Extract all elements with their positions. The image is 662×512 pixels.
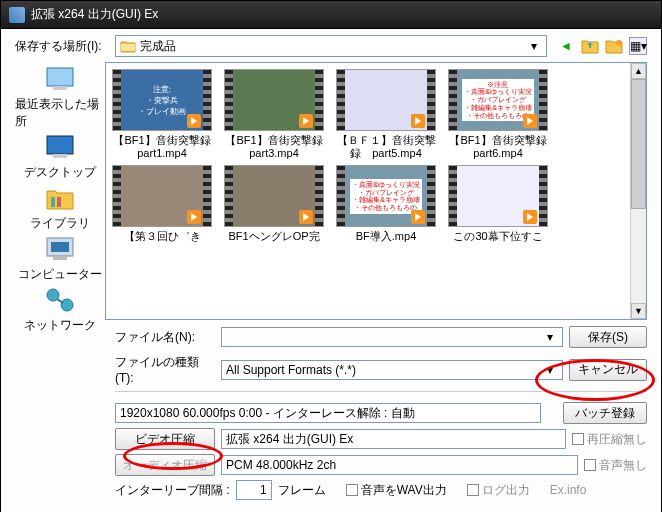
audio-compress-button: オーディオ圧縮	[115, 454, 215, 476]
svg-rect-2	[53, 86, 67, 90]
svg-rect-6	[57, 197, 61, 207]
scroll-thumb[interactable]	[631, 79, 646, 209]
new-folder-icon[interactable]	[605, 37, 623, 55]
list-item[interactable]: 【ＢＦ１】音街突撃録 part5.mp4	[336, 69, 436, 159]
titlebar: 拡張 x264 出力(GUI) Ex	[1, 1, 661, 29]
audio-codec-field[interactable]: PCM 48.000kHz 2ch	[221, 455, 578, 475]
interleave-frames-input[interactable]: 1	[236, 480, 272, 500]
video-compress-button[interactable]: ビデオ圧縮	[115, 428, 215, 450]
svg-rect-4	[53, 154, 67, 158]
svg-rect-5	[51, 197, 55, 207]
list-item[interactable]: ・真面&ゆっくり実況・ガバプレイング・雑編集&キャラ崩壊・その他もろもろのBF導…	[336, 165, 436, 243]
svg-point-11	[61, 299, 73, 311]
filename-input[interactable]: ▾	[221, 327, 563, 347]
window-title: 拡張 x264 出力(GUI) Ex	[31, 6, 158, 23]
back-icon[interactable]: ◄	[557, 37, 575, 55]
place-desktop[interactable]: デスクトップ	[24, 132, 96, 181]
list-item[interactable]: BF1ヘングレOP完	[224, 165, 324, 243]
save-button[interactable]: 保存(S)	[569, 326, 647, 348]
scroll-up-icon[interactable]: ▲	[631, 63, 646, 79]
svg-rect-8	[51, 242, 69, 252]
dropdown-icon: ▾	[542, 330, 558, 344]
place-computer[interactable]: コンピューター	[18, 234, 102, 283]
video-codec-field[interactable]: 拡張 x264 出力(GUI) Ex	[221, 429, 566, 449]
exinfo-link[interactable]: Ex.info	[550, 483, 587, 497]
dropdown-icon: ▾	[542, 363, 558, 377]
list-item[interactable]: 【第３回ひ゛き	[112, 165, 212, 243]
svg-point-0	[616, 40, 622, 46]
scroll-down-icon[interactable]: ▼	[631, 303, 646, 319]
folder-icon	[120, 39, 136, 53]
list-item[interactable]: 【BF1】音街突撃録 part3.mp4	[224, 69, 324, 159]
place-library[interactable]: ライブラリ	[30, 183, 90, 232]
list-item[interactable]: 注意:・突撃兵・プレイ動画【BF1】音街突撃録 part1.mp4	[112, 69, 212, 159]
filetype-combo[interactable]: All Support Formats (*.*)▾	[221, 360, 563, 380]
filetype-label: ファイルの種類(T):	[115, 354, 215, 385]
batch-button[interactable]: バッチ登録	[563, 402, 647, 424]
interleave-label: インターリーブ間隔 :	[115, 482, 230, 499]
filename-label: ファイル名(N):	[115, 329, 215, 346]
svg-rect-1	[47, 68, 73, 86]
wav-output-checkbox[interactable]: 音声をWAV出力	[346, 482, 447, 499]
scrollbar[interactable]: ▲ ▼	[630, 63, 646, 319]
location-combo[interactable]: 完成品 ▾	[115, 35, 547, 57]
place-recent[interactable]: 最近表示した場所	[15, 64, 105, 130]
list-item[interactable]: ※注意・真面&ゆっくり実況・ガバプレイング・雑編集&キャラ崩壊・その他もろもろの…	[448, 69, 548, 159]
view-menu-icon[interactable]: ▦▾	[629, 37, 647, 55]
no-audio-checkbox: 音声無し	[584, 457, 647, 474]
app-icon	[9, 7, 25, 23]
resolution-info: 1920x1080 60.000fps 0:00 - インターレース解除 : 自…	[115, 403, 541, 423]
svg-rect-9	[53, 256, 67, 260]
file-list[interactable]: 注意:・突撃兵・プレイ動画【BF1】音街突撃録 part1.mp4 【BF1】音…	[105, 62, 647, 320]
no-recompress-checkbox: 再圧縮無し	[572, 431, 647, 448]
dropdown-icon: ▾	[526, 36, 542, 56]
svg-rect-3	[47, 136, 73, 154]
log-output-checkbox: ログ出力	[467, 482, 530, 499]
location-label: 保存する場所(I):	[15, 38, 115, 55]
cancel-button[interactable]: キャンセル	[569, 359, 647, 381]
up-folder-icon[interactable]	[581, 37, 599, 55]
location-value: 完成品	[140, 38, 176, 55]
places-bar: 最近表示した場所 デスクトップ ライブラリ コンピューター ネットワーク	[15, 62, 105, 320]
frames-label: フレーム	[278, 482, 326, 499]
list-item[interactable]: この30幕下位すこ	[448, 165, 548, 243]
